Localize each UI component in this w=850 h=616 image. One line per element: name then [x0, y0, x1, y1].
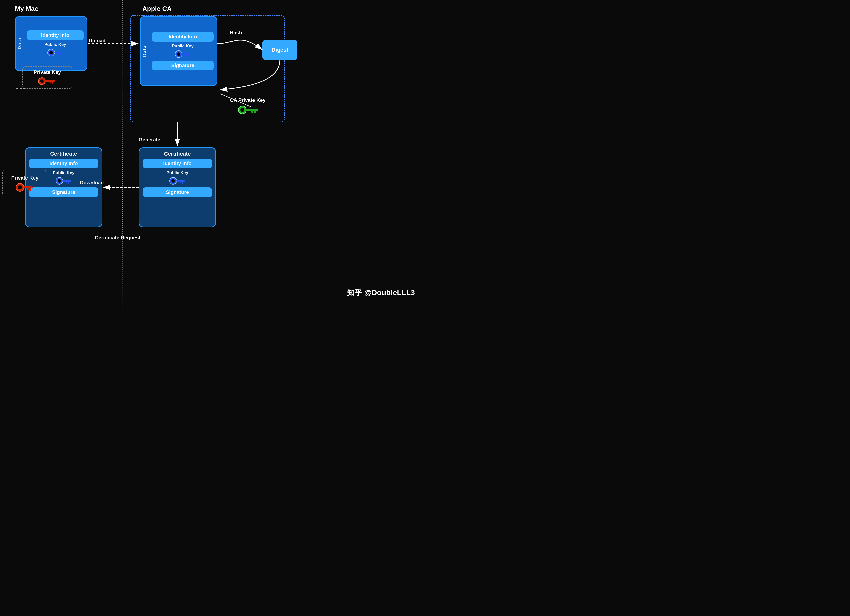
my-mac-private-key-label-top: Private Key: [34, 69, 61, 75]
watermark: 知乎 @DoubleLLL3: [347, 288, 415, 298]
data-tab-left: Data: [16, 36, 24, 51]
svg-rect-9: [185, 55, 187, 57]
blue-key-icon-bottom-right: [169, 176, 186, 185]
svg-rect-24: [180, 182, 181, 183]
svg-rect-14: [50, 82, 51, 84]
svg-rect-28: [68, 182, 69, 184]
my-mac-cert-title: Certificate: [26, 148, 102, 159]
svg-rect-2: [54, 52, 63, 54]
svg-point-11: [40, 79, 44, 83]
apple-ca-cert-sig: Signature: [143, 187, 212, 197]
my-mac-identity-info: Identity Info: [27, 30, 84, 40]
my-mac-label: My Mac: [15, 5, 39, 13]
apple-ca-card-inner: Identity Info Public Key Signature: [149, 30, 217, 72]
diagram: My Mac Apple CA Data Identity Info Publi…: [0, 0, 425, 308]
svg-rect-29: [66, 182, 67, 183]
hash-label: Hash: [230, 30, 242, 36]
apple-ca-cert-key-label: Public Key: [167, 170, 189, 175]
svg-rect-3: [60, 54, 61, 55]
svg-rect-23: [182, 182, 183, 184]
svg-rect-32: [24, 187, 33, 188]
svg-rect-17: [246, 109, 258, 111]
my-mac-private-key-bottom: Private Key: [3, 170, 48, 197]
svg-rect-19: [251, 111, 253, 113]
svg-rect-34: [27, 188, 29, 190]
svg-point-6: [177, 52, 181, 56]
vertical-divider: [123, 0, 124, 308]
apple-ca-identity-info: Identity Info: [152, 32, 214, 42]
blue-key-icon-bottom-left: [55, 176, 72, 185]
my-mac-public-key-row: Public Key: [27, 42, 84, 57]
blue-key-icon-top-left: [47, 48, 64, 57]
apple-ca-label: Apple CA: [142, 5, 172, 13]
apple-ca-signature: Signature: [152, 61, 214, 70]
svg-point-31: [18, 185, 22, 190]
data-tab-right: Data: [141, 43, 149, 59]
apple-ca-cert-title: Certificate: [139, 148, 215, 159]
my-mac-cert-key-label: Public Key: [53, 170, 75, 175]
svg-rect-27: [63, 180, 71, 182]
svg-rect-7: [182, 54, 190, 55]
svg-point-26: [58, 179, 61, 183]
certificate-request-label: Certificate Request: [95, 235, 141, 241]
apple-ca-public-key-row: Public Key: [152, 44, 214, 59]
apple-ca-cert-key-row: Public Key: [143, 170, 212, 185]
my-mac-private-key-label-bottom: Private Key: [12, 175, 39, 181]
my-mac-private-key-top: Private Key: [22, 66, 72, 89]
svg-rect-22: [176, 180, 185, 182]
svg-rect-33: [30, 188, 31, 191]
blue-key-icon-top-right: [174, 50, 192, 59]
apple-ca-cert-identity: Identity Info: [143, 159, 212, 169]
download-label: Download: [80, 180, 104, 186]
ca-private-key-label: CA Private Key: [230, 97, 266, 103]
svg-point-16: [241, 108, 244, 112]
my-mac-csr-card: Data Identity Info Public Key: [15, 16, 87, 71]
upload-label: Upload: [89, 38, 106, 44]
red-key-icon-top: [37, 77, 57, 86]
my-mac-public-key-label: Public Key: [45, 42, 66, 47]
red-key-icon-bottom: [15, 182, 35, 193]
my-mac-cert-identity: Identity Info: [29, 159, 98, 169]
svg-rect-18: [254, 111, 256, 114]
green-key-icon: [238, 105, 260, 115]
svg-rect-12: [45, 81, 55, 82]
apple-ca-cert-card: Certificate Identity Info Public Key Sig…: [139, 148, 216, 227]
generate-label: Generate: [139, 137, 160, 143]
apple-ca-card: Data Identity Info Public Key Signature: [140, 16, 217, 86]
svg-rect-8: [187, 55, 189, 57]
svg-point-21: [172, 179, 175, 183]
digest-box: Digest: [262, 40, 298, 60]
svg-rect-13: [52, 82, 54, 84]
apple-ca-public-key-label: Public Key: [172, 44, 194, 49]
svg-point-1: [49, 51, 53, 54]
my-mac-card-inner: Identity Info Public Key: [24, 28, 87, 59]
svg-rect-4: [58, 54, 59, 55]
apple-ca-cert-body: Identity Info Public Key Signature: [139, 159, 215, 201]
